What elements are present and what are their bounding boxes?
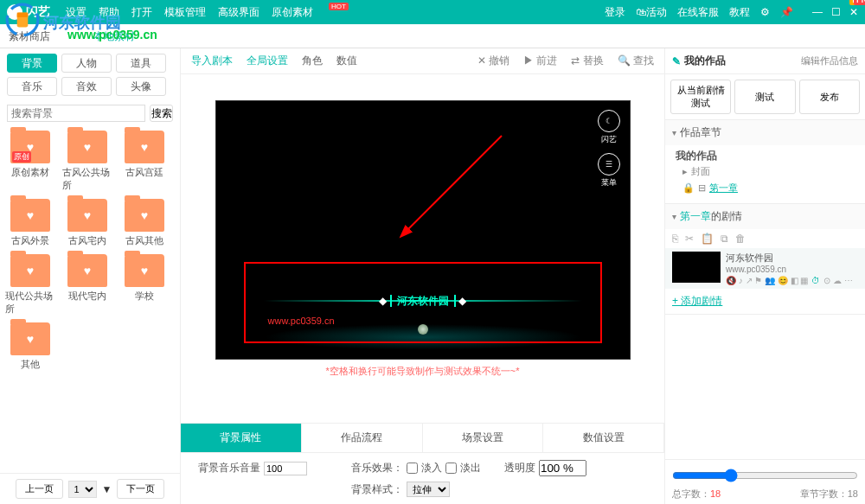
folder-label: 古风公共场所 [62,166,112,192]
lock-icon: 🔒 [682,182,695,194]
folder-item[interactable]: ♥古风宫廷 [119,131,170,192]
activity-button[interactable]: 🛍活动NEW [636,5,667,20]
chevron-down-icon: ▾ [672,128,676,137]
folder-item[interactable]: ♥古风宅内 [62,199,112,247]
tool-copy-icon[interactable]: ⎘ [672,233,678,245]
bgm-volume-input[interactable] [264,462,307,475]
maximize-button[interactable]: ☐ [831,6,841,18]
find-button[interactable]: 🔍 查找 [618,54,654,68]
svg-line-3 [407,136,502,231]
asset-tab-sfx[interactable]: 音效 [61,77,112,96]
service-button[interactable]: 在线客服 [677,5,719,20]
fadein-checkbox[interactable] [407,463,418,474]
asset-tab-background[interactable]: 背景 [7,54,57,73]
folder-icon: ♥ [10,131,50,163]
folder-icon: ♥ [125,131,164,163]
login-button[interactable]: 登录 [605,5,625,20]
preview-stage[interactable]: ☾闪艺 ☰菜单 ◆ 河东软件园 ◆ www.pc0359.cn [215,100,631,360]
folder-item[interactable]: ♥现代宅内 [62,254,112,316]
folder-icon: ♥ [67,131,107,163]
asset-tab-avatar[interactable]: 头像 [116,77,166,96]
redo-button[interactable]: ▶ 前进 [523,54,557,68]
zoom-slider[interactable] [672,469,858,482]
value-button[interactable]: 数值 [336,54,357,68]
project-panel: ✎ 我的作品 编辑作品信息 从当前剧情测试 测试 发布 ▾作品章节 我的作品 ▸… [664,48,865,504]
tab-scene[interactable]: 场景设置 [423,424,544,452]
asset-tab-prop[interactable]: 道具 [116,54,166,73]
folder-item[interactable]: ♥原创素材 [5,131,55,192]
scene-url: www.pc0359.cn [726,265,853,274]
cover-item[interactable]: ▸ 封面 [676,163,855,180]
pager-dropdown-icon: ▼ [102,483,112,495]
stage-app-icon[interactable]: ☾闪艺 [595,110,623,146]
tool-delete-icon[interactable]: 🗑 [735,233,746,245]
asset-tab-character[interactable]: 人物 [61,54,112,73]
folder-item[interactable]: ♥古风其他 [119,199,170,247]
pin-icon[interactable]: 📌 [780,6,793,18]
menu-advanced[interactable]: 高级界面 [218,5,260,20]
scene-name: 河东软件园 [726,252,853,265]
import-script-button[interactable]: 导入剧本 [191,54,233,68]
add-scene-button[interactable]: + 添加剧情 [665,289,865,314]
tab-bg-props[interactable]: 背景属性 [181,424,302,452]
test-from-current-button[interactable]: 从当前剧情测试 [670,80,731,114]
folder-icon: ♥ [67,199,107,232]
folder-label: 现代公共场所 [5,290,55,316]
folder-item[interactable]: ♥古风外景 [5,199,55,247]
folder-icon: ♥ [10,254,50,287]
folder-icon: ♥ [125,254,164,287]
minimize-button[interactable]: — [812,6,823,18]
opacity-input[interactable] [539,460,586,476]
chapter-item[interactable]: 🔒⊟ 第一章 [676,180,855,196]
menu-settings[interactable]: 设置 [66,5,86,20]
tool-cut-icon[interactable]: ✂ [685,233,694,245]
folder-item[interactable]: ♥古风公共场所 [62,131,112,192]
tool-dup-icon[interactable]: ⧉ [721,233,728,245]
undo-button[interactable]: ✕ 撤销 [477,54,509,68]
chapter-section-header[interactable]: ▾作品章节 [665,120,865,145]
opacity-row: 透明度 [504,460,647,476]
gear-icon[interactable]: ⚙ [760,6,770,18]
bgm-volume-row: 背景音乐音量 [198,461,341,475]
scene-section-header[interactable]: ▾第一章的剧情 [665,204,865,229]
replace-button[interactable]: ⇄ 替换 [571,54,603,68]
stage-warning: *空格和换行可能导致制作与测试效果不统一~* [215,365,631,378]
folder-label: 古风宫廷 [125,166,163,179]
tab-store[interactable]: 素材商店 [9,29,50,44]
menu-help[interactable]: 帮助 [99,5,119,20]
pager-next[interactable]: 下一页 [117,479,164,499]
folder-item[interactable]: ♥其他 [5,322,55,371]
fadeout-checkbox[interactable] [445,463,457,474]
folder-item[interactable]: ♥学校 [119,254,170,316]
tab-flow[interactable]: 作品流程 [302,424,423,452]
menu-original[interactable]: 原创素材HOT [272,5,333,20]
asset-search-button[interactable]: 搜索 [150,105,173,122]
menu-template[interactable]: 模板管理 [164,5,206,20]
pager-page-select[interactable]: 1 [68,481,97,498]
scene-item[interactable]: 河东软件园 www.pc0359.cn 🔇 ♪ ↗ ⚑ 👥 😊 ◧ ▦ ⏱ ⊙ … [665,248,865,289]
folder-label: 其他 [21,358,40,371]
asset-search-input[interactable] [7,105,145,122]
publish-button[interactable]: 发布 [799,80,860,114]
logo-icon [7,4,22,20]
tutorial-button[interactable]: 教程HOT [729,5,750,20]
stage-menu-icon[interactable]: ☰菜单 [595,153,623,189]
tab-numeric[interactable]: 数值设置 [543,424,664,452]
hot-badge-2: HOT [854,0,865,5]
test-button[interactable]: 测试 [734,80,795,114]
scene-thumbnail [672,252,721,283]
role-button[interactable]: 角色 [302,54,323,68]
bg-style-select[interactable]: 拉伸 [407,482,450,497]
edit-project-button[interactable]: 编辑作品信息 [801,54,858,67]
pager-prev[interactable]: 上一页 [16,479,63,499]
close-button[interactable]: ✕ [849,6,858,18]
tab-local[interactable]: 本地素材 [93,29,135,44]
global-settings-button[interactable]: 全局设置 [247,54,288,68]
folder-item[interactable]: ♥现代公共场所 [5,254,55,316]
annotation-box [244,262,602,343]
asset-tab-music[interactable]: 音乐 [7,77,57,96]
music-effect-row: 音乐效果： 淡入 淡出 [351,461,494,475]
folder-icon: ♥ [10,199,50,232]
tool-paste-icon[interactable]: 📋 [701,233,714,245]
menu-open[interactable]: 打开 [131,5,152,20]
